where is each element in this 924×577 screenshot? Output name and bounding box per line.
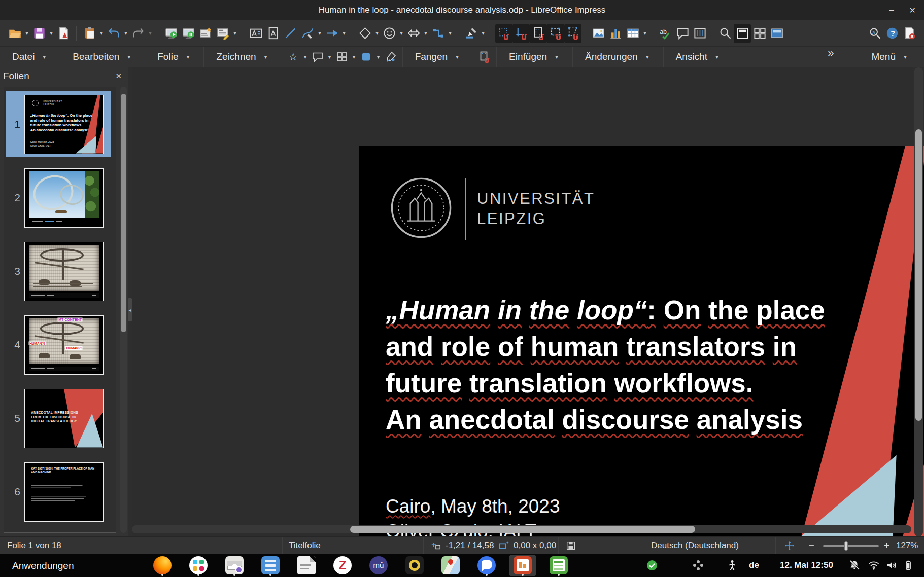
view-normal-icon[interactable] [734,24,751,43]
menu-aenderungen[interactable]: Änderungen▾ [573,47,663,67]
line-style-icon[interactable] [462,24,480,43]
insert-comment-icon[interactable] [674,24,691,43]
presentation-current-slide-icon[interactable] [180,24,197,43]
impress-app-icon[interactable] [511,555,534,575]
insert-shape-icon[interactable] [359,49,374,65]
display-grid-icon[interactable] [691,24,708,43]
panel-close-icon[interactable]: ✕ [115,71,122,81]
block-arrows-icon[interactable] [405,24,422,43]
snap-to-margins-toggle[interactable] [530,24,547,43]
connectors-dropdown-arrow[interactable]: ▾ [447,30,454,37]
wifi-icon[interactable] [868,559,880,577]
help-icon[interactable]: ? [883,24,901,43]
snap-to-object-points-toggle[interactable] [564,24,581,43]
callout-shapes-icon[interactable] [310,49,325,65]
basic-shapes-icon[interactable] [356,24,373,43]
curve-dropdown-arrow[interactable]: ▾ [316,30,323,37]
redo-icon[interactable] [129,24,147,43]
slide-title-textframe[interactable]: „Human in the loop“: On the place and ro… [386,292,913,438]
sync-ok-tray-icon[interactable] [646,559,658,577]
layout-dropdown-arrow[interactable]: ▾ [351,54,358,60]
clock[interactable]: 12. Mai 12:50 [780,560,833,570]
vertical-scrollbar[interactable] [914,67,923,536]
curve-icon[interactable] [299,24,316,43]
open-dropdown-arrow[interactable]: ▾ [23,30,30,37]
libreoffice-app-icon[interactable] [295,555,318,575]
zotero-app-icon[interactable]: Z [331,555,354,575]
webcam-app-icon[interactable] [403,555,426,575]
slide-thumbnail-2[interactable]: 2 [6,165,111,231]
fontwork-dropdown-arrow[interactable]: ▾ [302,54,309,60]
vertical-text-icon[interactable] [264,24,282,43]
layout-name-status[interactable]: Titelfolie [289,540,321,551]
menu-fangen[interactable]: Fangen▾ [403,47,473,67]
signal-app-icon[interactable] [475,555,498,575]
close-document-icon[interactable] [901,24,918,43]
zoom-level-status[interactable]: 127% [896,540,918,551]
lines-arrows-dropdown-arrow[interactable]: ▾ [340,30,348,37]
callout-dropdown-arrow[interactable]: ▾ [326,54,333,60]
volume-icon[interactable] [885,559,898,577]
layout-icon[interactable] [334,49,350,65]
snap-page-icon[interactable] [477,49,492,65]
insert-shape-dropdown-arrow[interactable]: ▾ [375,54,382,60]
block-arrows-dropdown-arrow[interactable]: ▾ [422,30,429,37]
files-app-icon[interactable] [259,555,282,575]
splitter-collapse-handle[interactable]: ◂ [128,298,132,321]
mumble-app-icon[interactable]: mû [367,555,390,575]
menu-einfuegen[interactable]: Einfügen▾ [497,47,572,67]
syncthing-tray-icon[interactable] [692,559,704,577]
menu-ansicht[interactable]: Ansicht▾ [664,47,733,67]
accessibility-tray-icon[interactable] [726,559,738,577]
insert-table-dropdown-arrow[interactable]: ▾ [641,30,648,37]
insert-line-icon[interactable] [282,24,299,43]
connectors-icon[interactable] [429,24,447,43]
snap-to-object-frame-toggle[interactable] [547,24,564,43]
slide-transition-icon[interactable] [197,24,214,43]
horizontal-scrollbar[interactable] [132,525,911,533]
menu-zeichnen[interactable]: Zeichnen▾ [204,47,281,67]
slide-thumbnail-3[interactable]: 3 [6,238,111,304]
slide-properties-icon[interactable] [214,24,231,43]
symbol-shapes-icon[interactable] [381,24,398,43]
zoom-in-button[interactable]: + [884,539,889,551]
basic-shapes-dropdown-arrow[interactable]: ▾ [373,30,381,37]
language-status[interactable]: Deutsch (Deutschland) [651,540,739,551]
zoom-out-button[interactable]: – [809,539,814,551]
paste-icon[interactable] [81,24,98,43]
slide-thumbnail-5[interactable]: 5 ANECDOTAL IMPRESSIONS FROM THE DISCOUR… [6,385,111,451]
insert-chart-icon[interactable] [607,24,624,43]
zoom-slider-thumb[interactable] [844,541,848,551]
battery-icon[interactable] [902,559,914,577]
slide-thumbnail-4[interactable]: 4 MT CONTENT HUMAN?! HUMAN?! [6,312,111,378]
undo-dropdown-arrow[interactable]: ▾ [122,30,129,37]
evolution-app-icon[interactable] [223,555,246,575]
insert-textbox-icon[interactable] [247,24,264,43]
snap-to-grid-toggle[interactable] [495,24,512,43]
save-icon[interactable] [30,24,48,43]
start-presentation-icon[interactable] [162,24,180,43]
firefox-app-icon[interactable] [151,555,174,575]
vertical-scrollbar-thumb[interactable] [915,129,922,421]
lines-arrows-icon[interactable] [323,24,340,43]
menu-datei[interactable]: Datei▾ [0,47,60,67]
slide-thumbnail-6[interactable]: 6 KAY 1987 [1980]: THE PROPER PLACE OF M… [6,459,111,525]
calc-app-icon[interactable] [547,555,570,575]
menu-bearbeiten[interactable]: Bearbeiten▾ [60,47,145,67]
spelling-icon[interactable]: ab [657,24,674,43]
paste-dropdown-arrow[interactable]: ▾ [98,30,105,37]
menu-folie[interactable]: Folie▾ [145,47,203,67]
document-modified-icon[interactable] [565,540,576,554]
notifications-muted-icon[interactable] [848,559,861,577]
slide-properties-dropdown-arrow[interactable]: ▾ [231,30,238,37]
redo-dropdown-arrow[interactable]: ▾ [147,30,154,37]
fit-slide-icon[interactable] [784,540,795,554]
slide-canvas[interactable]: UNIVERSITÄT LEIPZIG „Human in the loop“:… [132,67,913,536]
draw-functions-icon[interactable] [383,49,398,65]
keyboard-layout-indicator[interactable]: de [749,560,759,570]
maps-app-icon[interactable] [439,555,462,575]
minimize-button[interactable]: – [889,6,894,15]
zoom-slider[interactable] [823,545,879,547]
undo-icon[interactable] [105,24,122,43]
snap-to-guides-toggle[interactable] [512,24,530,43]
